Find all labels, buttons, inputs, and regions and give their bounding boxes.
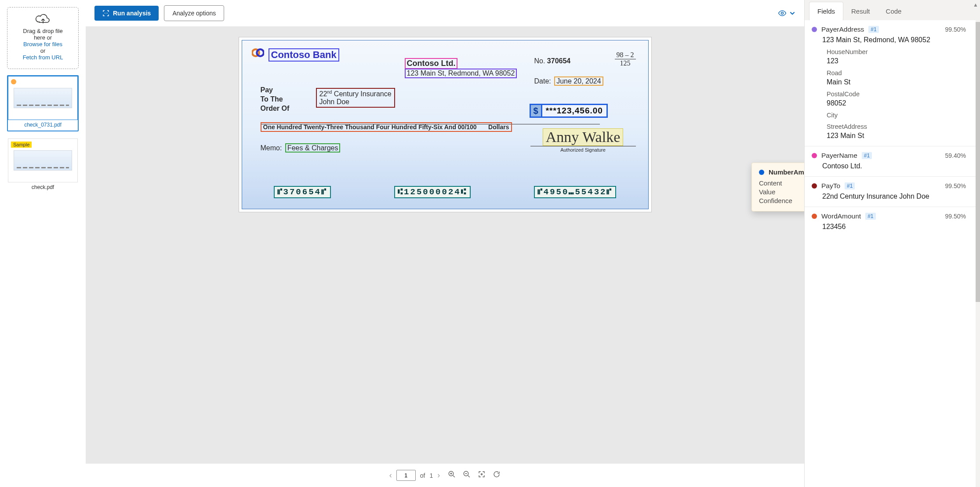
- subfield: PostalCode98052: [827, 91, 966, 107]
- field-value: 123 Main St, Redmond, WA 98052: [822, 36, 966, 44]
- subfield-key: HouseNumber: [827, 48, 966, 55]
- subfield: City: [827, 112, 966, 119]
- page-input[interactable]: [396, 470, 416, 481]
- micr-line: ⑈370654⑈ ⑆125000024⑆ ⑈4950⑉55432⑈: [242, 186, 648, 198]
- check-document: Contoso Bank Contoso Ltd. 123 Main St, R…: [242, 40, 649, 209]
- field-color-dot-icon: [812, 153, 817, 158]
- prev-page-button[interactable]: ‹: [389, 471, 392, 480]
- scroll-up-icon[interactable]: ▲: [973, 2, 978, 8]
- eye-icon: [778, 9, 787, 18]
- chevron-down-icon: [789, 10, 795, 16]
- field-confidence: 99.50%: [945, 213, 966, 220]
- subfield-value: Main St: [827, 78, 966, 86]
- next-page-button[interactable]: ›: [437, 471, 440, 480]
- check-date: Date: June 20, 2024: [534, 77, 603, 85]
- memo-field: Fees & Charges: [285, 143, 341, 153]
- field-tooltip: NumberAmount Content$ 123,456.00 Value12…: [751, 163, 804, 211]
- micr-account: ⑈4950⑉55432⑈: [534, 186, 617, 198]
- fields-list[interactable]: PayerAddress #1 99.50% 123 Main St, Redm…: [805, 20, 976, 487]
- svg-point-2: [257, 49, 264, 56]
- subfield-value: 123 Main St: [827, 132, 966, 140]
- visibility-toggle[interactable]: [778, 9, 795, 18]
- scrollbar-thumb[interactable]: [976, 22, 980, 302]
- field-name: PayerAddress: [821, 25, 864, 33]
- pay-to-label: Pay To The Order Of: [261, 86, 290, 113]
- zoom-tools: [448, 470, 501, 480]
- fields-panel: Fields Result Code ▲ PayerAddress #1 99.…: [804, 0, 980, 487]
- run-analysis-button[interactable]: Run analysis: [94, 6, 159, 21]
- analysis-panel: Run analysis Analyze options Contoso Ban…: [86, 0, 804, 487]
- dropzone-or: or: [11, 47, 75, 54]
- fit-region-button[interactable]: [478, 470, 486, 480]
- routing-fraction: 98 – 2 125: [615, 51, 636, 67]
- page-of-label: of: [420, 472, 425, 479]
- document-frame: Contoso Bank Contoso Ltd. 123 Main St, R…: [239, 37, 652, 212]
- check-number: No. 370654: [534, 57, 571, 65]
- micr-routing: ⑆125000024⑆: [394, 186, 471, 198]
- field-instance-badge: #1: [868, 26, 878, 33]
- rotate-button[interactable]: [493, 470, 501, 480]
- analyze-options-button[interactable]: Analyze options: [164, 5, 224, 21]
- micr-check-number: ⑈370654⑈: [274, 186, 331, 198]
- dropzone-text-2: here or: [11, 34, 75, 41]
- upload-cloud-icon: [11, 14, 75, 25]
- file-thumbnail-0[interactable]: check_0731.pdf: [7, 75, 79, 131]
- tooltip-title: NumberAmount: [769, 168, 804, 176]
- field-name: PayerName: [821, 152, 857, 160]
- payer-address-field: 123 Main St, Redmond, WA 98052: [405, 69, 517, 78]
- zoom-out-button[interactable]: [463, 470, 471, 480]
- subfield: HouseNumber123: [827, 48, 966, 65]
- tab-code[interactable]: Code: [878, 2, 910, 20]
- subfield: StreetAddress123 Main St: [827, 123, 966, 140]
- file-thumbnail-1[interactable]: Sample check.pdf: [7, 138, 79, 194]
- tab-result[interactable]: Result: [843, 2, 878, 20]
- mini-check-preview: [14, 88, 72, 108]
- field-instance-badge: #1: [865, 213, 875, 220]
- scan-icon: [102, 10, 109, 17]
- viewer-footer: ‹ of 1 ›: [86, 463, 804, 487]
- browse-files-link[interactable]: Browse for files: [23, 41, 62, 47]
- field-PayerName[interactable]: PayerName #1 59.40% Contoso Ltd.: [805, 146, 976, 176]
- document-viewer[interactable]: Contoso Bank Contoso Ltd. 123 Main St, R…: [86, 26, 804, 463]
- currency-symbol: $: [530, 104, 542, 118]
- field-color-dot-icon: [812, 27, 817, 32]
- number-amount-field[interactable]: $ ***123,456.00: [530, 104, 608, 118]
- field-value: Contoso Ltd.: [822, 162, 966, 170]
- bank-logo-icon: [252, 47, 264, 59]
- routing-top: 98 – 2: [615, 51, 636, 59]
- field-name: PayTo: [821, 182, 840, 190]
- thumbnail-caption: check.pdf: [8, 184, 78, 193]
- sample-badge: Sample: [11, 142, 32, 148]
- status-dot-icon: [11, 79, 16, 84]
- subfield: RoadMain St: [827, 69, 966, 86]
- field-color-dot-icon: [812, 183, 817, 189]
- tab-fields[interactable]: Fields: [809, 2, 843, 20]
- subfield-value: 123: [827, 57, 966, 65]
- fetch-url-link[interactable]: Fetch from URL: [23, 54, 63, 61]
- field-value: 22nd Century Insurance John Doe: [822, 193, 966, 200]
- check-number-value: 370654: [547, 57, 570, 65]
- field-PayTo[interactable]: PayTo #1 99.50% 22nd Century Insurance J…: [805, 176, 976, 207]
- subfield-key: StreetAddress: [827, 123, 966, 130]
- field-PayerAddress[interactable]: PayerAddress #1 99.50% 123 Main St, Redm…: [805, 20, 976, 146]
- zoom-in-button[interactable]: [448, 470, 456, 480]
- subfield-key: Road: [827, 69, 966, 76]
- pay-to-field: 22nd Century Insurance John Doe: [316, 88, 395, 108]
- scrollbar[interactable]: [976, 20, 980, 487]
- field-WordAmount[interactable]: WordAmount #1 99.50% 123456: [805, 207, 976, 237]
- run-analysis-label: Run analysis: [113, 10, 151, 17]
- dropzone[interactable]: Drag & drop file here or Browse for file…: [7, 7, 79, 69]
- pager: ‹ of 1 ›: [389, 470, 440, 481]
- page-total: 1: [429, 472, 433, 479]
- memo-label: Memo:: [261, 144, 282, 152]
- thumbnail-image: Sample: [8, 138, 78, 182]
- check-number-label: No.: [534, 57, 545, 65]
- field-instance-badge: #1: [845, 182, 855, 189]
- signature-field: Anny Walke: [543, 128, 623, 146]
- field-confidence: 59.40%: [945, 152, 966, 159]
- field-color-dot-icon: [812, 214, 817, 219]
- signature-caption: Authorized Signature: [530, 146, 636, 153]
- amount-value: ***123,456.00: [542, 104, 608, 118]
- dropzone-text-1: Drag & drop file: [11, 28, 75, 34]
- thumbnail-image: [8, 76, 78, 120]
